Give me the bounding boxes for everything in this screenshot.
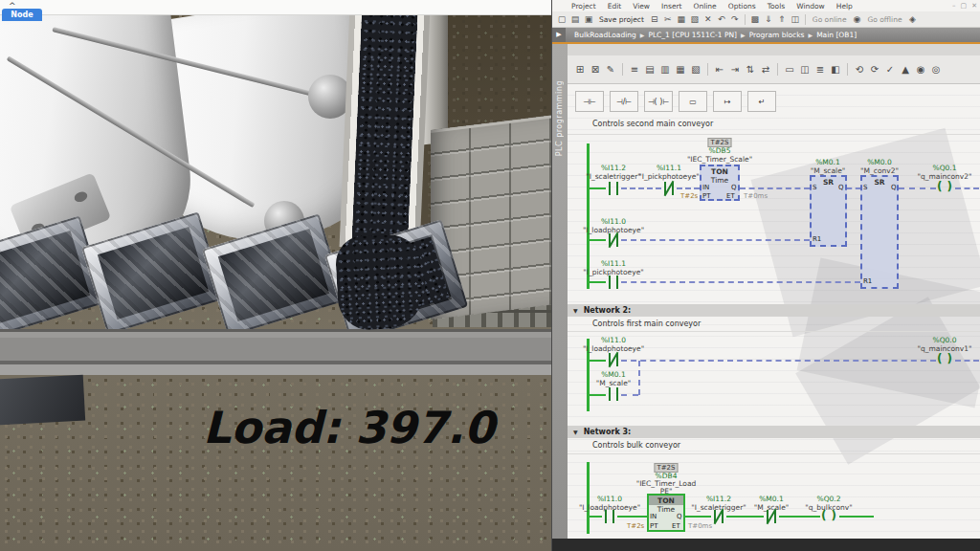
minimize-icon[interactable]: – bbox=[952, 2, 956, 10]
nc-contact[interactable] bbox=[764, 510, 779, 523]
no-contact[interactable] bbox=[602, 510, 617, 523]
menu-tools[interactable]: Tools bbox=[762, 2, 791, 11]
pin-s: S bbox=[863, 184, 867, 191]
editor-tool-icon[interactable]: ◫ bbox=[798, 62, 812, 77]
et-value: T#0ms bbox=[688, 522, 712, 530]
go-offline-button[interactable]: Go offline bbox=[865, 15, 905, 24]
editor-tool-icon[interactable]: ▭ bbox=[783, 62, 796, 77]
network-1-comment[interactable]: Controls second main conveyor bbox=[592, 120, 713, 128]
coil[interactable] bbox=[934, 181, 955, 194]
no-contact-tool[interactable]: ⊣⊢ bbox=[575, 91, 604, 112]
wire bbox=[621, 394, 638, 396]
no-contact[interactable] bbox=[606, 387, 621, 401]
no-contact[interactable] bbox=[606, 182, 621, 195]
save-icon[interactable]: ▣ bbox=[583, 13, 594, 26]
save-project-button[interactable]: Save project bbox=[596, 15, 647, 24]
network-2-comment[interactable]: Controls first main conveyor bbox=[592, 320, 701, 328]
collapse-icon[interactable]: ▼ bbox=[568, 429, 584, 435]
print-icon[interactable]: ⊟ bbox=[649, 13, 660, 26]
nc-contact[interactable] bbox=[711, 510, 726, 523]
wire bbox=[955, 360, 979, 362]
pin-q: Q bbox=[731, 184, 737, 191]
menu-view[interactable]: View bbox=[627, 2, 656, 11]
pt-value[interactable]: T#2s bbox=[627, 522, 644, 530]
no-contact[interactable] bbox=[606, 276, 621, 289]
collapse-icon[interactable]: ▼ bbox=[568, 307, 584, 314]
editor-tool-icon[interactable]: ≡ bbox=[628, 62, 641, 77]
editor-tool-icon[interactable]: ◎ bbox=[929, 62, 943, 77]
menu-help[interactable]: Help bbox=[831, 2, 858, 11]
toolbar-separator bbox=[745, 14, 746, 25]
close-branch-tool[interactable]: ↵ bbox=[747, 91, 776, 112]
contact-label: %I11.2 "I_scaletrigger" bbox=[586, 164, 641, 181]
nc-contact[interactable] bbox=[606, 233, 621, 247]
editor-tool-icon[interactable]: ⇅ bbox=[744, 62, 757, 77]
editor-tool-icon[interactable]: ⇄ bbox=[759, 62, 772, 77]
editor-tool-icon[interactable]: ✓ bbox=[883, 62, 897, 77]
nc-contact-tool[interactable]: ⊣/⊢ bbox=[610, 91, 638, 112]
editor-tool-icon[interactable]: ▲ bbox=[899, 62, 912, 77]
sim-tab[interactable]: Node bbox=[2, 9, 42, 21]
empty-box-tool[interactable]: ▭ bbox=[679, 91, 707, 112]
network-2-header[interactable]: ▼ Network 2: bbox=[568, 304, 980, 317]
editor-tool-icon[interactable]: ◉ bbox=[914, 62, 927, 77]
editor-tool-icon[interactable]: ▤ bbox=[643, 62, 657, 77]
network-3-header[interactable]: ▼ Network 3: bbox=[568, 426, 980, 438]
coil-tool[interactable]: ⊣( )⊢ bbox=[644, 91, 673, 112]
menu-options[interactable]: Options bbox=[723, 2, 762, 11]
editor-tool-icon[interactable]: ⇥ bbox=[728, 62, 742, 77]
breadcrumb-main-ob1[interactable]: Main [OB1] bbox=[813, 31, 859, 39]
divider bbox=[568, 453, 980, 454]
side-tab-plc-programming[interactable]: PLC programming bbox=[552, 44, 568, 551]
paste-icon[interactable]: ▧ bbox=[689, 13, 701, 26]
menu-edit[interactable]: Edit bbox=[602, 2, 628, 11]
editor-tool-icon[interactable]: ✎ bbox=[604, 62, 617, 77]
monitor-icon[interactable]: ◫ bbox=[790, 13, 801, 26]
close-icon[interactable]: ✕ bbox=[971, 2, 977, 10]
nc-contact[interactable] bbox=[661, 182, 677, 195]
menu-insert[interactable]: Insert bbox=[656, 2, 688, 11]
editor-tool-icon[interactable]: ⇤ bbox=[713, 62, 726, 77]
wire-energized bbox=[589, 516, 602, 518]
sr-block[interactable]: SR bbox=[860, 175, 899, 289]
open-project-icon[interactable]: ▤ bbox=[569, 13, 581, 26]
editor-tool-icon[interactable]: ⟲ bbox=[853, 62, 866, 77]
wire bbox=[589, 360, 606, 362]
cut-icon[interactable]: ✂ bbox=[662, 13, 674, 26]
menu-window[interactable]: Window bbox=[791, 2, 831, 11]
online-state-icon[interactable]: ◉ bbox=[852, 13, 863, 26]
upload-icon[interactable]: ⇑ bbox=[776, 13, 788, 26]
open-branch-tool[interactable]: ↦ bbox=[713, 91, 742, 112]
menu-online[interactable]: Online bbox=[688, 2, 723, 11]
breadcrumb-program-blocks[interactable]: Program blocks bbox=[746, 31, 808, 39]
editor-tool-icon[interactable]: ▦ bbox=[674, 62, 687, 77]
editor-tool-icon[interactable]: ▥ bbox=[658, 62, 672, 77]
breadcrumb-plc[interactable]: PLC_1 [CPU 1511C-1 PN] bbox=[645, 31, 740, 39]
redo-icon[interactable]: ↷ bbox=[729, 13, 741, 26]
download-icon[interactable]: ⇓ bbox=[763, 13, 774, 26]
menu-project[interactable]: Project bbox=[566, 2, 602, 11]
search-icon[interactable]: ◈ bbox=[907, 13, 919, 26]
network-3-comment[interactable]: Controls bulk conveyor bbox=[592, 441, 680, 450]
editor-tool-icon[interactable]: ▧ bbox=[689, 62, 702, 77]
editor-tool-icon[interactable]: ⊠ bbox=[589, 62, 602, 77]
pt-value[interactable]: T#2s bbox=[680, 192, 698, 200]
copy-icon[interactable]: ▦ bbox=[676, 13, 687, 26]
contact-label: %M0.1 "M_scale" bbox=[596, 370, 631, 387]
new-project-icon[interactable]: ▢ bbox=[556, 13, 568, 26]
compile-icon[interactable]: ▩ bbox=[749, 13, 761, 26]
editor-tool-icon[interactable]: ⊞ bbox=[573, 62, 587, 77]
undo-icon[interactable]: ↶ bbox=[716, 13, 727, 26]
delete-icon[interactable]: ✕ bbox=[702, 13, 714, 26]
breadcrumb-nav-icon[interactable]: ▶ bbox=[552, 28, 566, 42]
editor-tool-icon[interactable]: ⟳ bbox=[868, 62, 881, 77]
maximize-icon[interactable]: ▢ bbox=[961, 2, 968, 10]
go-online-button[interactable]: Go online bbox=[810, 15, 850, 24]
nc-contact[interactable] bbox=[606, 353, 621, 366]
editor-tool-icon[interactable]: ◧ bbox=[829, 62, 842, 77]
editor-tool-icon[interactable]: ≣ bbox=[813, 62, 827, 77]
breadcrumb-project[interactable]: BulkRoadLoading bbox=[571, 31, 639, 39]
coil[interactable] bbox=[934, 353, 955, 366]
coil[interactable] bbox=[818, 510, 839, 523]
pin-q: Q bbox=[677, 513, 682, 520]
